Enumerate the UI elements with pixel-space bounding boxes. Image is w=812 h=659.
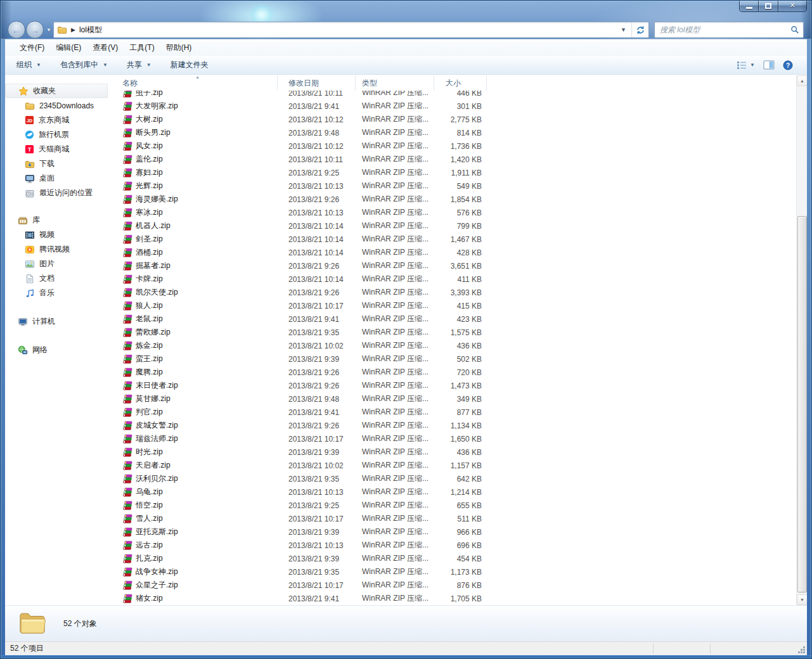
file-row[interactable]: 大发明家.zip 2013/8/21 9:41 WinRAR ZIP 压缩...…: [114, 99, 796, 113]
title-bar[interactable]: ✕ ← → ▼ ▶ lol模型 ▼ 搜索 lol模型: [0, 0, 812, 39]
views-button[interactable]: ▼: [737, 61, 755, 70]
file-row[interactable]: 掘墓者.zip 2013/8/21 9:26 WinRAR ZIP 压缩... …: [114, 259, 796, 272]
search-input[interactable]: 搜索 lol模型: [654, 22, 804, 38]
file-type: WinRAR ZIP 压缩...: [356, 487, 434, 497]
minimize-button[interactable]: [739, 0, 759, 12]
preview-pane-button[interactable]: [763, 60, 775, 70]
sidebar-item-label: 天猫商城: [39, 144, 69, 155]
folder-icon[interactable]: [57, 25, 67, 35]
column-header-size[interactable]: 大小: [434, 75, 487, 91]
file-row[interactable]: 断头男.zip 2013/8/21 9:48 WinRAR ZIP 压缩... …: [114, 126, 796, 139]
sidebar-item-videos[interactable]: 视频: [5, 227, 113, 242]
file-row[interactable]: 扎克.zip 2013/8/21 9:39 WinRAR ZIP 压缩... 4…: [114, 552, 796, 565]
file-name: 乌龟.zip: [136, 487, 163, 497]
sidebar-section-libraries[interactable]: 库: [5, 213, 113, 227]
winrar-zip-icon: [122, 168, 132, 178]
file-row[interactable]: 战争女神.zip 2013/8/21 9:35 WinRAR ZIP 压缩...…: [114, 565, 796, 579]
file-type: WinRAR ZIP 压缩...: [356, 367, 434, 378]
column-header-type[interactable]: 类型: [356, 75, 434, 91]
file-row[interactable]: 远古.zip 2013/8/21 10:13 WinRAR ZIP 压缩... …: [114, 539, 796, 552]
file-row[interactable]: 众星之子.zip 2013/8/21 10:17 WinRAR ZIP 压缩..…: [114, 579, 796, 592]
sidebar-section-network[interactable]: 网络: [5, 343, 113, 357]
address-bar[interactable]: ▶ lol模型 ▼: [53, 22, 649, 38]
recent-places-icon: [25, 188, 35, 198]
back-arrow-icon: ←: [8, 22, 25, 38]
file-row[interactable]: 大树.zip 2013/8/21 10:12 WinRAR ZIP 压缩... …: [114, 113, 796, 126]
column-header-name[interactable]: 名称: [114, 75, 278, 91]
scroll-down-button[interactable]: ▼: [797, 594, 807, 605]
sidebar-item-tmall[interactable]: T天猫商城: [5, 142, 113, 157]
refresh-button[interactable]: [632, 22, 648, 37]
sidebar-item-documents[interactable]: 文档: [5, 271, 113, 286]
file-row[interactable]: 乌龟.zip 2013/8/21 10:13 WinRAR ZIP 压缩... …: [114, 485, 796, 499]
file-row[interactable]: 莫甘娜.zip 2013/8/21 9:48 WinRAR ZIP 压缩... …: [114, 392, 796, 406]
file-row[interactable]: 判官.zip 2013/8/21 9:41 WinRAR ZIP 压缩... 8…: [114, 406, 796, 419]
include-in-library-button[interactable]: 包含到库中▼: [54, 56, 114, 74]
file-row[interactable]: 天启者.zip 2013/8/21 10:02 WinRAR ZIP 压缩...…: [114, 459, 796, 472]
search-icon[interactable]: [790, 25, 799, 34]
organize-button[interactable]: 组织▼: [10, 56, 48, 74]
sidebar-section-computer[interactable]: 计算机: [5, 314, 113, 329]
menu-item-help[interactable]: 帮助(H): [160, 40, 198, 56]
file-row[interactable]: 海灵娜美.zip 2013/8/21 9:26 WinRAR ZIP 压缩...…: [114, 193, 796, 206]
share-button[interactable]: 共享▼: [120, 56, 158, 74]
menu-item-file[interactable]: 文件(F): [14, 40, 50, 56]
menu-item-view[interactable]: 查看(V): [87, 40, 124, 56]
file-row[interactable]: 酒桶.zip 2013/8/21 10:14 WinRAR ZIP 压缩... …: [114, 246, 796, 259]
sidebar-item-downloads[interactable]: 下载: [5, 157, 113, 171]
scrollbar-thumb[interactable]: [797, 216, 807, 592]
file-row[interactable]: 剑圣.zip 2013/8/21 10:14 WinRAR ZIP 压缩... …: [114, 233, 796, 246]
breadcrumb-path[interactable]: lol模型: [79, 25, 102, 35]
help-button[interactable]: ?: [783, 60, 793, 70]
menu-item-edit[interactable]: 编辑(E): [50, 40, 87, 56]
sidebar-item-tencent-video[interactable]: 腾讯视频: [5, 242, 113, 257]
file-row[interactable]: 狼人.zip 2013/8/21 10:17 WinRAR ZIP 压缩... …: [114, 299, 796, 312]
back-button[interactable]: ←: [8, 21, 25, 39]
sidebar-section-favorites[interactable]: 收藏夹: [5, 84, 108, 98]
vertical-scrollbar[interactable]: ▲ ▼: [796, 75, 807, 605]
file-row[interactable]: 凯尔天使.zip 2013/8/21 9:26 WinRAR ZIP 压缩...…: [114, 286, 796, 299]
file-row[interactable]: 卡牌.zip 2013/8/21 10:14 WinRAR ZIP 压缩... …: [114, 272, 796, 286]
file-row[interactable]: 老鼠.zip 2013/8/21 9:41 WinRAR ZIP 压缩... 4…: [114, 312, 796, 326]
file-row[interactable]: 蕾欧娜.zip 2013/8/21 9:35 WinRAR ZIP 压缩... …: [114, 326, 796, 339]
breadcrumb-arrow-icon[interactable]: ▶: [71, 27, 75, 33]
scroll-up-button[interactable]: ▲: [797, 75, 807, 86]
file-row[interactable]: 悟空.zip 2013/8/21 9:25 WinRAR ZIP 压缩... 6…: [114, 499, 796, 512]
sidebar-item-recent-places[interactable]: 最近访问的位置: [5, 186, 113, 200]
sidebar-item-2345downloads[interactable]: 2345Downloads: [5, 98, 113, 113]
sidebar-item-desktop[interactable]: 桌面: [5, 171, 113, 186]
file-row[interactable]: 寡妇.zip 2013/8/21 9:25 WinRAR ZIP 压缩... 1…: [114, 166, 796, 179]
file-row[interactable]: 皮城女警.zip 2013/8/21 9:26 WinRAR ZIP 压缩...…: [114, 419, 796, 432]
file-row[interactable]: 蛮王.zip 2013/8/21 9:39 WinRAR ZIP 压缩... 5…: [114, 352, 796, 366]
maximize-button[interactable]: [759, 0, 778, 12]
file-row[interactable]: 时光.zip 2013/8/21 9:39 WinRAR ZIP 压缩... 4…: [114, 445, 796, 459]
sidebar-item-music[interactable]: 音乐: [5, 286, 113, 300]
file-row[interactable]: 虫子.zip 2013/8/21 10:11 WinRAR ZIP 压缩... …: [114, 91, 796, 99]
file-row[interactable]: 寒冰.zip 2013/8/21 10:13 WinRAR ZIP 压缩... …: [114, 206, 796, 219]
address-dropdown-button[interactable]: ▼: [615, 22, 631, 37]
sidebar-item-jd-mall[interactable]: JD京东商城: [5, 113, 113, 127]
resize-grip-icon[interactable]: [803, 651, 805, 653]
file-type: WinRAR ZIP 压缩...: [356, 433, 434, 444]
forward-button[interactable]: →: [26, 21, 44, 39]
file-row[interactable]: 炼金.zip 2013/8/21 10:02 WinRAR ZIP 压缩... …: [114, 339, 796, 352]
file-row[interactable]: 盖伦.zip 2013/8/21 10:11 WinRAR ZIP 压缩... …: [114, 153, 796, 166]
history-dropdown-button[interactable]: ▼: [46, 27, 51, 33]
menu-item-tools[interactable]: 工具(T): [124, 40, 160, 56]
close-button[interactable]: ✕: [778, 0, 807, 12]
file-row[interactable]: 雪人.zip 2013/8/21 10:17 WinRAR ZIP 压缩... …: [114, 512, 796, 525]
sidebar-item-pictures[interactable]: 图片: [5, 257, 113, 271]
new-folder-button[interactable]: 新建文件夹: [164, 56, 215, 74]
column-header-date-modified[interactable]: 修改日期: [278, 75, 356, 91]
file-row[interactable]: 瑞兹法师.zip 2013/8/21 10:17 WinRAR ZIP 压缩..…: [114, 432, 796, 445]
tmall-logo-icon: T: [25, 144, 34, 154]
sidebar-item-travel-tickets[interactable]: 旅行机票: [5, 127, 113, 142]
file-row[interactable]: 末日使者.zip 2013/8/21 9:26 WinRAR ZIP 压缩...…: [114, 379, 796, 392]
file-row[interactable]: 光辉.zip 2013/8/21 10:13 WinRAR ZIP 压缩... …: [114, 179, 796, 193]
file-row[interactable]: 风女.zip 2013/8/21 10:12 WinRAR ZIP 压缩... …: [114, 139, 796, 153]
file-row[interactable]: 魔腾.zip 2013/8/21 9:26 WinRAR ZIP 压缩... 7…: [114, 366, 796, 379]
file-row[interactable]: 猪女.zip 2013/8/21 9:41 WinRAR ZIP 压缩... 1…: [114, 592, 796, 605]
file-row[interactable]: 机器人.zip 2013/8/21 10:14 WinRAR ZIP 压缩...…: [114, 219, 796, 233]
file-row[interactable]: 沃利贝尔.zip 2013/8/21 9:35 WinRAR ZIP 压缩...…: [114, 472, 796, 485]
file-row[interactable]: 亚托克斯.zip 2013/8/21 9:39 WinRAR ZIP 压缩...…: [114, 525, 796, 539]
